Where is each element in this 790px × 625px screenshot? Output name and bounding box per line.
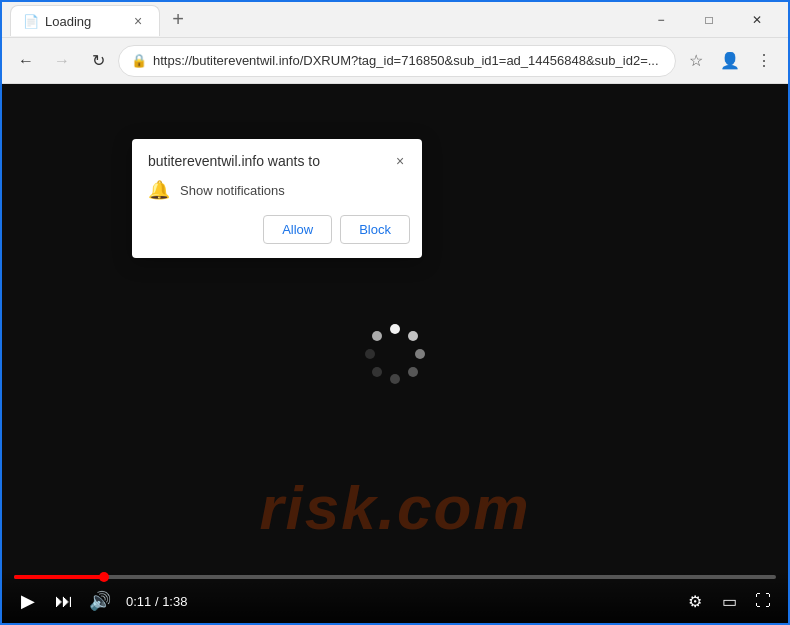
- address-actions: ☆ 👤 ⋮: [680, 45, 780, 77]
- watermark: risk.com: [2, 472, 788, 543]
- tab-title: Loading: [45, 14, 123, 29]
- settings-button[interactable]: ⚙: [682, 588, 708, 614]
- tab-close-button[interactable]: ×: [129, 12, 147, 30]
- refresh-button[interactable]: ↻: [82, 45, 114, 77]
- new-tab-button[interactable]: +: [164, 6, 192, 34]
- window-controls: − □ ✕: [638, 4, 780, 36]
- fullscreen-button[interactable]: ⛶: [750, 588, 776, 614]
- account-button[interactable]: 👤: [714, 45, 746, 77]
- video-controls: ▶ ⏭ 🔊 0:11 / 1:38 ⚙ ▭ ⛶: [2, 571, 788, 623]
- popup-actions: Allow Block: [132, 215, 422, 258]
- time-display: 0:11 / 1:38: [126, 594, 187, 609]
- bell-icon: 🔔: [148, 179, 170, 201]
- loading-spinner: [365, 324, 425, 384]
- tab-favicon: 📄: [23, 13, 39, 29]
- title-bar: 📄 Loading × + − □ ✕: [2, 2, 788, 38]
- block-button[interactable]: Block: [340, 215, 410, 244]
- controls-row: ▶ ⏭ 🔊 0:11 / 1:38 ⚙ ▭ ⛶: [14, 587, 776, 615]
- active-tab[interactable]: 📄 Loading ×: [10, 5, 160, 36]
- popup-title: butitereventwil.info wants to: [148, 153, 320, 169]
- forward-button[interactable]: →: [46, 45, 78, 77]
- popup-header: butitereventwil.info wants to ×: [132, 139, 422, 171]
- back-button[interactable]: ←: [10, 45, 42, 77]
- skip-next-button[interactable]: ⏭: [50, 587, 78, 615]
- menu-button[interactable]: ⋮: [748, 45, 780, 77]
- volume-button[interactable]: 🔊: [86, 587, 114, 615]
- tab-area: 📄 Loading × +: [10, 4, 638, 35]
- progress-dot: [99, 572, 109, 582]
- browser-window: 📄 Loading × + − □ ✕ ← → ↻ 🔒 https://buti…: [0, 0, 790, 625]
- play-button[interactable]: ▶: [14, 587, 42, 615]
- minimize-button[interactable]: −: [638, 4, 684, 36]
- content-area: risk.com: [2, 84, 788, 623]
- popup-body: 🔔 Show notifications: [132, 171, 422, 215]
- popup-description: Show notifications: [180, 183, 285, 198]
- bookmark-button[interactable]: ☆: [680, 45, 712, 77]
- maximize-button[interactable]: □: [686, 4, 732, 36]
- close-button[interactable]: ✕: [734, 4, 780, 36]
- spinner: [365, 324, 425, 384]
- address-bar: ← → ↻ 🔒 https://butitereventwil.info/DXR…: [2, 38, 788, 84]
- lock-icon: 🔒: [131, 53, 147, 68]
- url-text: https://butitereventwil.info/DXRUM?tag_i…: [153, 53, 663, 68]
- url-bar[interactable]: 🔒 https://butitereventwil.info/DXRUM?tag…: [118, 45, 676, 77]
- popup-close-button[interactable]: ×: [390, 151, 410, 171]
- allow-button[interactable]: Allow: [263, 215, 332, 244]
- progress-bar[interactable]: [14, 575, 776, 579]
- progress-fill: [14, 575, 104, 579]
- notification-popup: butitereventwil.info wants to × 🔔 Show n…: [132, 139, 422, 258]
- miniplayer-button[interactable]: ▭: [716, 588, 742, 614]
